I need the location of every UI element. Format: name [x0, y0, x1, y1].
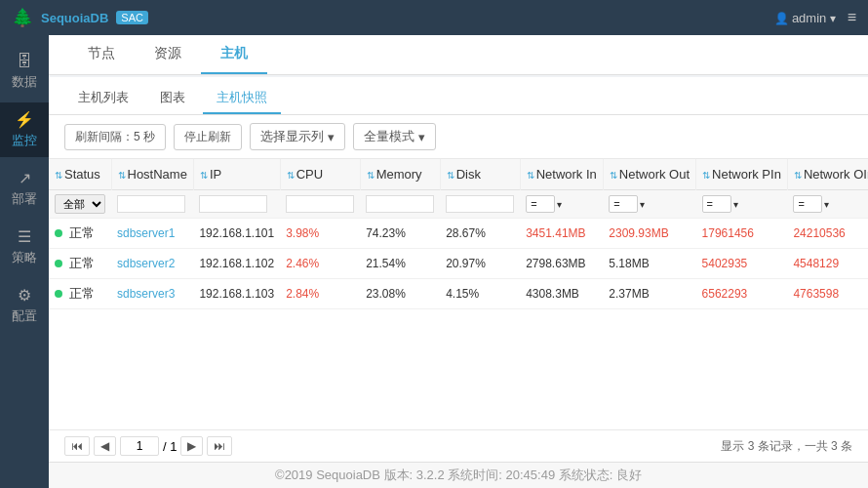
total-pages-label: / 1: [163, 439, 177, 454]
col-memory[interactable]: ⇅Memory: [360, 159, 440, 190]
filter-memory[interactable]: [360, 190, 440, 219]
menu-icon[interactable]: ≡: [848, 9, 856, 26]
select-columns-dropdown[interactable]: 选择显示列 ▾: [250, 123, 345, 150]
subtab-host-snapshot[interactable]: 主机快照: [203, 83, 281, 114]
filter-dropdown-icon4[interactable]: ▾: [824, 199, 829, 210]
full-mode-dropdown[interactable]: 全量模式 ▾: [353, 123, 436, 150]
sidebar-label-data: 数据: [12, 73, 37, 91]
subtab-host-list[interactable]: 主机列表: [64, 83, 142, 114]
stop-refresh-button[interactable]: 停止刷新: [174, 124, 242, 150]
status-text: 正常: [69, 286, 95, 301]
sidebar-item-monitor[interactable]: ⚡ 监控: [0, 102, 49, 157]
table-row: 正常 sdbserver2 192.168.1.102 2.46% 21.54%…: [49, 249, 868, 279]
status-indicator: [55, 229, 62, 237]
filter-hostname[interactable]: [111, 190, 193, 219]
disk-filter-input[interactable]: [446, 195, 514, 213]
filter-dropdown-icon3[interactable]: ▾: [733, 199, 738, 210]
table-body: 正常 sdbserver1 192.168.1.101 3.98% 74.23%…: [49, 219, 868, 309]
tab-nodes[interactable]: 节点: [68, 35, 135, 74]
cell-network-in: 3451.41MB: [520, 219, 603, 249]
topbar-right: 👤 admin ▾ ≡: [774, 9, 856, 26]
col-network-in[interactable]: ⇅Network In: [520, 159, 603, 190]
filter-network-in[interactable]: ▾: [520, 190, 603, 219]
sac-badge: SAC: [116, 11, 148, 24]
cell-disk: 28.67%: [440, 219, 520, 249]
status-indicator: [55, 290, 62, 298]
topbar-left: 🌲 SequoiaDB SAC: [12, 7, 148, 28]
filter-network-oin[interactable]: ▾: [787, 190, 868, 219]
host-table: ⇅Status ⇅HostName ⇅IP ⇅CPU ⇅Memory ⇅Disk…: [49, 159, 868, 309]
app-logo-icon: 🌲: [12, 7, 33, 28]
cell-network-pin: 5402935: [696, 249, 788, 279]
network-pin-op-input[interactable]: [702, 195, 731, 213]
prev-page-button[interactable]: ◀: [94, 436, 116, 456]
memory-filter-input[interactable]: [366, 195, 434, 213]
col-hostname[interactable]: ⇅HostName: [111, 159, 193, 190]
filter-disk[interactable]: [440, 190, 520, 219]
cell-memory: 74.23%: [360, 219, 440, 249]
subtab-chart[interactable]: 图表: [146, 83, 199, 114]
status-filter-select[interactable]: 全部 正常 异常: [55, 194, 105, 214]
cell-hostname[interactable]: sdbserver2: [111, 249, 193, 279]
footer-text: ©2019 SequoiaDB 版本: 3.2.2 系统时间: 20:45:49…: [275, 468, 642, 482]
network-oin-op-input[interactable]: [793, 195, 822, 213]
sidebar-item-strategy[interactable]: ☰ 策略: [0, 220, 49, 274]
page-controls: ⏮ ◀ / 1 ▶ ⏭: [64, 436, 232, 456]
monitor-icon: ⚡: [15, 110, 34, 129]
next-page-button[interactable]: ▶: [180, 436, 203, 456]
first-page-button[interactable]: ⏮: [64, 436, 90, 456]
tab-resources[interactable]: 资源: [135, 35, 201, 74]
sidebar-item-deploy[interactable]: ↗ 部署: [0, 161, 49, 216]
filter-cpu[interactable]: [280, 190, 360, 219]
col-network-pin[interactable]: ⇅Network PIn: [696, 159, 788, 190]
chevron-down-icon: ▾: [328, 130, 335, 144]
cell-network-out: 5.18MB: [603, 249, 695, 279]
col-status[interactable]: ⇅Status: [49, 159, 111, 190]
filter-network-pin[interactable]: ▾: [696, 190, 788, 219]
admin-button[interactable]: 👤 admin ▾: [774, 11, 836, 25]
tab-hosts[interactable]: 主机: [201, 35, 267, 74]
cell-ip: 192.168.1.102: [193, 249, 280, 279]
cpu-filter-input[interactable]: [286, 195, 354, 213]
cell-disk: 4.15%: [440, 279, 520, 309]
last-page-button[interactable]: ⏭: [207, 436, 232, 456]
cell-network-out: 2309.93MB: [603, 219, 695, 249]
sidebar-item-config[interactable]: ⚙ 配置: [0, 278, 49, 333]
col-network-oin[interactable]: ⇅Network OIn: [787, 159, 868, 190]
sidebar-item-data[interactable]: 🗄 数据: [0, 45, 49, 99]
col-network-out[interactable]: ⇅Network Out: [603, 159, 695, 190]
sidebar-label-strategy: 策略: [12, 249, 37, 266]
ip-filter-input[interactable]: [199, 195, 267, 213]
page-number-input[interactable]: [120, 436, 159, 456]
filter-dropdown-icon[interactable]: ▾: [557, 199, 562, 210]
main-layout: 🗄 数据 ⚡ 监控 ↗ 部署 ☰ 策略 ⚙ 配置 节点 资源 主机 主机列表: [0, 35, 868, 488]
cell-network-oin: 4548129: [787, 249, 868, 279]
config-icon: ⚙: [18, 286, 31, 305]
cell-disk: 20.97%: [440, 249, 520, 279]
cell-cpu: 2.46%: [280, 249, 360, 279]
cell-network-oin: 4763598: [787, 279, 868, 309]
filter-network-out[interactable]: ▾: [603, 190, 695, 219]
cell-network-in: 2798.63MB: [520, 249, 603, 279]
hostname-filter-input[interactable]: [117, 195, 185, 213]
sidebar-label-deploy: 部署: [12, 190, 37, 208]
sidebar-label-monitor: 监控: [12, 132, 37, 149]
topbar: 🌲 SequoiaDB SAC 👤 admin ▾ ≡: [0, 0, 868, 35]
table-row: 正常 sdbserver1 192.168.1.101 3.98% 74.23%…: [49, 219, 868, 249]
filter-status[interactable]: 全部 正常 异常: [49, 190, 111, 219]
chevron-down-icon2: ▾: [418, 130, 425, 144]
filter-dropdown-icon2[interactable]: ▾: [640, 199, 645, 210]
filter-ip[interactable]: [193, 190, 280, 219]
cell-network-pin: 6562293: [696, 279, 788, 309]
deploy-icon: ↗: [19, 169, 31, 187]
cell-hostname[interactable]: sdbserver1: [111, 219, 193, 249]
cell-hostname[interactable]: sdbserver3: [111, 279, 193, 309]
network-in-op-input[interactable]: [526, 195, 555, 213]
network-out-op-input[interactable]: [609, 195, 638, 213]
refresh-interval-button[interactable]: 刷新间隔：5 秒: [64, 124, 166, 150]
col-cpu[interactable]: ⇅CPU: [280, 159, 360, 190]
cell-ip: 192.168.1.103: [193, 279, 280, 309]
col-ip[interactable]: ⇅IP: [193, 159, 280, 190]
col-disk[interactable]: ⇅Disk: [440, 159, 520, 190]
pagination: ⏮ ◀ / 1 ▶ ⏭ 显示 3 条记录，一共 3 条: [49, 429, 868, 462]
